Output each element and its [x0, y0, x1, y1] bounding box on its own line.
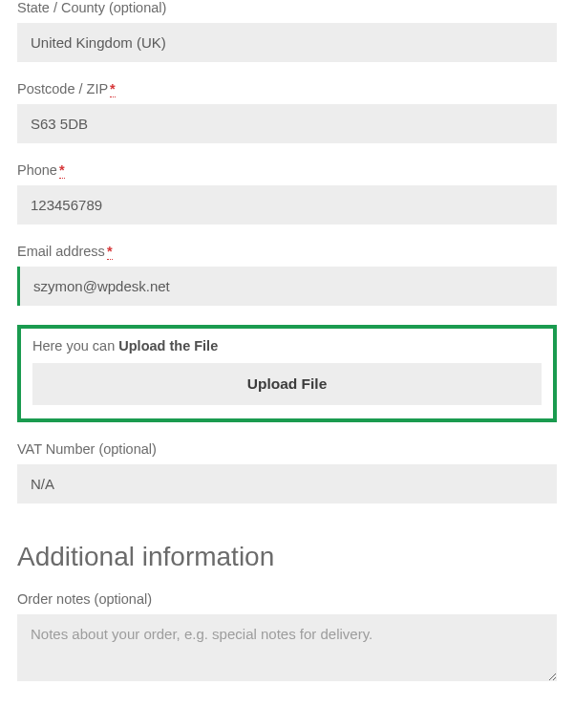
email-input-wrap — [17, 267, 557, 306]
upload-hint-prefix: Here you can — [32, 338, 118, 353]
required-icon: * — [59, 162, 65, 179]
state-county-input[interactable] — [17, 23, 557, 62]
phone-label: Phone* — [17, 162, 557, 178]
state-county-row: State / County (optional) — [17, 0, 557, 62]
vat-input[interactable] — [17, 464, 557, 503]
additional-info-heading: Additional information — [17, 542, 557, 572]
required-icon: * — [110, 81, 116, 97]
email-label-text: Email address — [17, 244, 105, 259]
upload-file-button[interactable]: Upload File — [32, 363, 542, 405]
upload-hint: Here you can Upload the File — [32, 338, 542, 353]
order-notes-row: Order notes (optional) — [17, 591, 557, 685]
postcode-row: Postcode / ZIP* — [17, 81, 557, 143]
vat-row: VAT Number (optional) — [17, 441, 557, 503]
email-input[interactable] — [20, 267, 557, 306]
order-notes-textarea[interactable] — [17, 614, 557, 681]
phone-row: Phone* — [17, 162, 557, 225]
upload-hint-bold: Upload the File — [118, 338, 218, 353]
required-icon: * — [107, 244, 113, 260]
order-notes-label: Order notes (optional) — [17, 591, 557, 607]
postcode-input[interactable] — [17, 104, 557, 143]
email-label: Email address* — [17, 244, 557, 259]
postcode-label: Postcode / ZIP* — [17, 81, 557, 96]
upload-box: Here you can Upload the File Upload File — [17, 325, 557, 422]
phone-input[interactable] — [17, 185, 557, 225]
state-county-label: State / County (optional) — [17, 0, 557, 15]
phone-label-text: Phone — [17, 162, 57, 178]
vat-label: VAT Number (optional) — [17, 441, 557, 457]
email-row: Email address* — [17, 244, 557, 306]
postcode-label-text: Postcode / ZIP — [17, 81, 108, 96]
